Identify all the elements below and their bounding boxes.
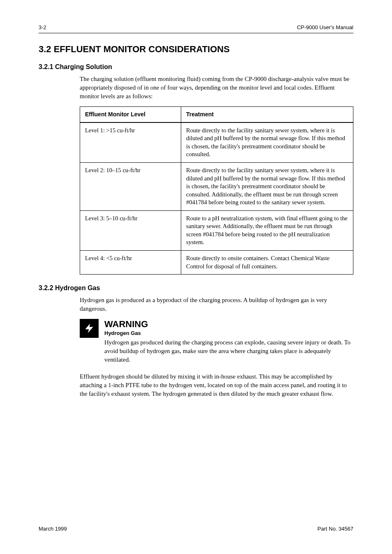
table-cell: Route directly to onsite containers. Con… (181, 251, 353, 275)
warning-subtitle: Hydrogen Gas (104, 330, 353, 337)
table-cell: Level 2: 10–15 cu-ft/hr (80, 162, 181, 210)
footer-date: March 1999 (39, 525, 67, 533)
table-row: Level 1: >15 cu-ft/hr Route directly to … (80, 122, 353, 163)
body-paragraph: The charging solution (effluent monitori… (80, 75, 353, 101)
page-header: 3-2 CP-9000 User's Manual (39, 24, 353, 31)
table-row: Level 2: 10–15 cu-ft/hr Route directly t… (80, 162, 353, 210)
table-header-cell: Treatment (181, 106, 353, 122)
body-paragraph: Hydrogen gas is produced as a byproduct … (80, 296, 353, 313)
footer-part-no: Part No. 34567 (318, 525, 353, 533)
section-heading: 3.2 EFFLUENT MONITOR CONSIDERATIONS (39, 43, 353, 55)
table-header-row: Effluent Monitor Level Treatment (80, 106, 353, 122)
subsection-heading: 3.2.1 Charging Solution (39, 62, 353, 72)
table-cell: Route to a pH neutralization system, wit… (181, 210, 353, 250)
page: 3-2 CP-9000 User's Manual 3.2 EFFLUENT M… (0, 0, 392, 554)
warning-text: Hydrogen gas produced during the chargin… (104, 338, 353, 364)
svg-marker-0 (85, 323, 93, 334)
page-number: 3-2 (39, 24, 46, 31)
doc-title: CP-9000 User's Manual (297, 24, 353, 31)
header-rule (39, 33, 353, 33)
table-cell: Level 3: 5–10 cu-ft/hr (80, 210, 181, 250)
table-row: Level 3: 5–10 cu-ft/hr Route to a pH neu… (80, 210, 353, 250)
lightning-icon (80, 319, 99, 338)
table-header-cell: Effluent Monitor Level (80, 106, 181, 122)
table-cell: Route directly to the facility sanitary … (181, 122, 353, 163)
subsection-heading: 3.2.2 Hydrogen Gas (39, 284, 353, 293)
page-footer: March 1999 Part No. 34567 (39, 525, 353, 533)
effluent-levels-table: Effluent Monitor Level Treatment Level 1… (80, 106, 353, 275)
table-cell: Level 1: >15 cu-ft/hr (80, 122, 181, 163)
warning-block: WARNING Hydrogen Gas Hydrogen gas produc… (80, 319, 353, 365)
table-row: Level 4: <5 cu-ft/hr Route directly to o… (80, 251, 353, 275)
table-cell: Route directly to the facility sanitary … (181, 162, 353, 210)
body-paragraph: Effluent hydrogen should be diluted by m… (80, 372, 353, 398)
table-cell: Level 4: <5 cu-ft/hr (80, 251, 181, 275)
warning-label: WARNING (104, 320, 353, 329)
